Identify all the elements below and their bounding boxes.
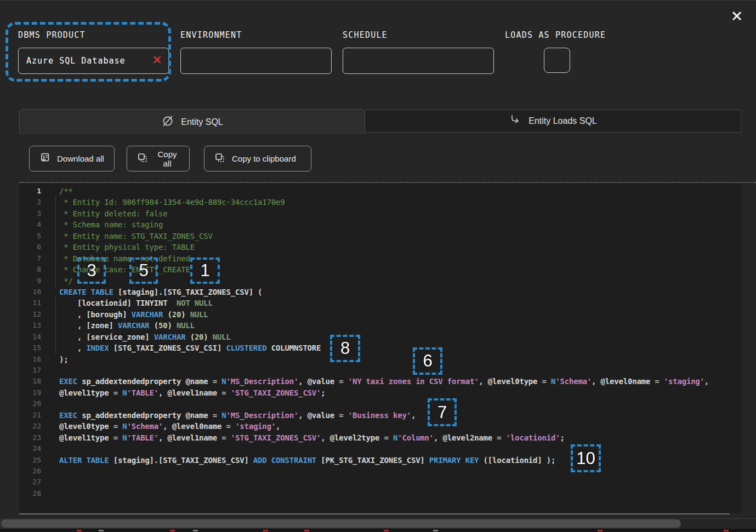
dialog-top-border: [0, 0, 756, 1]
line-number: 15: [19, 342, 41, 353]
code-text: [41, 477, 59, 488]
code-line: 6 * Entity physical type: TABLE: [19, 242, 741, 253]
indent-guide: [55, 320, 56, 331]
loads-arrow-icon: [509, 113, 522, 129]
code-line: 25ALTER TABLE [staging].[STG_TAXI_ZONES_…: [19, 455, 741, 466]
indent-guide: [55, 208, 56, 219]
line-number: 28: [19, 488, 41, 499]
code-line: 11 [locationid] TINYINT NOT NULL: [19, 298, 741, 308]
tab-entity-sql[interactable]: Entity SQL: [19, 109, 365, 134]
copy-all-label: Copy all: [155, 150, 180, 168]
line-number: 25: [19, 455, 41, 466]
code-line: 18EXEC sp_addextendedproperty @name = N'…: [19, 376, 741, 387]
code-line: 2 * Entity Id: 986ff984-1354-4e9d-889c-3…: [19, 197, 741, 208]
code-text: [locationid] TINYINT NOT NULL: [41, 298, 213, 308]
code-line: 22@level0type = N'Schema', @level0name =…: [19, 421, 741, 432]
sql-code-editor[interactable]: 1/**2 * Entity Id: 986ff984-1354-4e9d-88…: [19, 183, 741, 513]
code-line: 20: [19, 398, 741, 409]
code-text: /**: [41, 186, 73, 197]
line-number: 4: [19, 219, 41, 230]
dbms-product-input[interactable]: [18, 48, 169, 74]
code-text: * Change case: ENTITY_CREATE: [41, 264, 190, 275]
line-number: 19: [19, 387, 41, 398]
line-number: 13: [19, 320, 41, 331]
line-number: 1: [19, 186, 41, 197]
line-number: 12: [19, 309, 41, 320]
code-line: 4 * Schema name: staging: [19, 219, 741, 230]
indent-guide: [55, 231, 56, 242]
code-text: */: [41, 276, 73, 287]
dbms-product-label: DBMS PRODUCT: [18, 30, 169, 41]
line-number: 9: [19, 276, 41, 287]
dbms-product-field: DBMS PRODUCT ✕: [18, 30, 169, 74]
loads-as-procedure-field: LOADS AS PROCEDURE: [505, 30, 606, 73]
code-text: @level0type = N'Schema', @level0name = '…: [41, 421, 280, 432]
export-sql-dialog: ✕ DBMS PRODUCT ✕ ENVIRONMENT SCHEDULE LO…: [0, 0, 756, 532]
code-line: 1/**: [19, 186, 741, 197]
code-line: 27: [19, 477, 741, 488]
indent-guide: [55, 242, 56, 253]
line-number: 3: [19, 208, 41, 219]
line-number: 22: [19, 421, 41, 432]
download-all-button[interactable]: Download all: [29, 146, 115, 171]
scrollbar-track-end: [680, 518, 756, 529]
copy-to-clipboard-button[interactable]: Copy to clipboard: [204, 146, 311, 171]
code-text: * Entity name: STG_TAXI_ZONES_CSV: [41, 231, 213, 242]
indent-guide: [55, 197, 56, 208]
line-number: 10: [19, 287, 41, 298]
code-line: 7 * Database name: not defined: [19, 253, 741, 264]
code-text: , [borough] VARCHAR (20) NULL: [41, 309, 208, 320]
clear-dbms-icon[interactable]: ✕: [152, 53, 162, 67]
line-number: 7: [19, 253, 41, 264]
schedule-input[interactable]: [343, 48, 494, 74]
line-number: 24: [19, 443, 41, 454]
code-text: * Entity deleted: false: [41, 208, 168, 219]
code-text: CREATE TABLE [staging].[STG_TAXI_ZONES_C…: [41, 287, 262, 298]
loads-as-procedure-label: LOADS AS PROCEDURE: [505, 30, 606, 41]
code-line: 23@level1type = N'TABLE', @level1name = …: [19, 432, 741, 443]
code-line: 17: [19, 365, 741, 376]
copy-to-clipboard-label: Copy to clipboard: [232, 154, 296, 163]
code-text: EXEC sp_addextendedproperty @name = N'MS…: [41, 410, 416, 421]
tab-entity-loads-sql[interactable]: Entity Loads SQL: [365, 110, 741, 133]
code-line: 9 */: [19, 276, 741, 287]
indent-guide: [55, 264, 56, 275]
schedule-field: SCHEDULE: [343, 30, 494, 74]
entity-icon: [161, 115, 174, 130]
environment-input[interactable]: [180, 48, 332, 74]
line-number: 21: [19, 410, 41, 421]
code-text: ALTER TABLE [staging].[STG_TAXI_ZONES_CS…: [41, 455, 555, 466]
code-text: [41, 488, 59, 499]
code-text: * Entity Id: 986ff984-1354-4e9d-889c-34c…: [41, 197, 285, 208]
code-line: 15 , INDEX [STG_TAXI_ZONES_CSV_CSI] CLUS…: [19, 342, 741, 353]
horizontal-scrollbar[interactable]: [1, 519, 681, 528]
copy-all-button[interactable]: Copy all: [127, 146, 190, 171]
close-button[interactable]: ✕: [727, 7, 747, 26]
copy-icon: [214, 152, 226, 165]
line-number: 17: [19, 365, 41, 376]
copy-icon: [137, 152, 149, 165]
indent-guide: [55, 219, 56, 230]
download-all-label: Download all: [57, 154, 104, 163]
loads-as-procedure-checkbox[interactable]: [544, 48, 570, 73]
code-text: [41, 365, 59, 376]
code-line: 16);: [19, 354, 741, 365]
indent-guide: [55, 298, 56, 308]
code-text: , INDEX [STG_TAXI_ZONES_CSV_CSI] CLUSTER…: [41, 342, 321, 353]
code-text: [41, 466, 59, 477]
code-text: , [service_zone] VARCHAR (20) NULL: [41, 331, 231, 342]
line-number: 5: [19, 231, 41, 242]
indent-guide: [55, 331, 56, 342]
code-line: 8 * Change case: ENTITY_CREATE: [19, 264, 741, 275]
code-line: 28: [19, 488, 741, 499]
code-text: [41, 398, 59, 409]
code-line: 24: [19, 443, 741, 454]
indent-guide: [55, 309, 56, 320]
line-number: 18: [19, 376, 41, 387]
code-line: 12 , [borough] VARCHAR (20) NULL: [19, 309, 741, 320]
code-line: 19@level1type = N'TABLE', @level1name = …: [19, 387, 741, 398]
indent-guide: [55, 342, 56, 353]
code-line: 10CREATE TABLE [staging].[STG_TAXI_ZONES…: [19, 287, 741, 298]
code-line: 5 * Entity name: STG_TAXI_ZONES_CSV: [19, 231, 741, 242]
indent-guide: [55, 253, 56, 264]
